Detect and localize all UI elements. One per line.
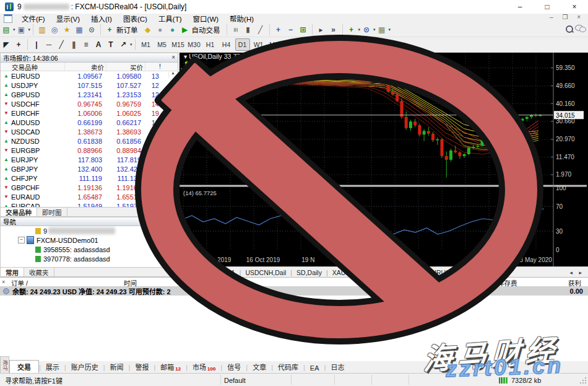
bottom-tab-账户历史[interactable]: 账户历史	[66, 361, 103, 373]
bottom-tab-邮箱[interactable]: 邮箱12	[155, 361, 186, 373]
timeframe-m30[interactable]: M30	[187, 38, 202, 51]
market-watch-toggle-icon[interactable]: ▥	[37, 24, 48, 35]
bottom-tab-市场[interactable]: 市场100	[188, 361, 220, 373]
chart-tab-4[interactable]: XAUUSD,H1	[328, 269, 374, 276]
chart-tab-0[interactable]: 1	[179, 269, 192, 276]
market-watch-row-eurusd[interactable]: ▲EURUSD1.095671.0958013	[1, 71, 178, 81]
strategy-tester-icon[interactable]: ⊙	[86, 24, 97, 35]
periods-icon[interactable]: ⊙	[361, 24, 372, 35]
metaeditor-icon[interactable]: ◆	[142, 24, 153, 35]
timeframe-h4[interactable]: H4	[219, 38, 234, 51]
new-chart-dropdown-icon[interactable]: ▾	[13, 27, 15, 32]
menu-item-3[interactable]: 图表(C)	[118, 14, 153, 24]
bottom-tab-代码库[interactable]: 代码库	[273, 361, 303, 373]
chart-area[interactable]: 68.85059.35049.66040.16030.66020.97011.4…	[179, 53, 588, 266]
bottom-tab-信号[interactable]: 信号	[222, 361, 246, 373]
chart-shift-icon[interactable]: »	[328, 24, 339, 35]
market-watch-row-gbpusd[interactable]: ▲GBPUSD1.231411.2315312	[1, 90, 178, 99]
docked-vertical-tab[interactable]: 海马	[0, 356, 9, 374]
tree-item-account-1[interactable]: 3970778: asdassdasd	[1, 254, 178, 263]
bar-chart-mode-icon[interactable]: ≡	[230, 24, 241, 35]
autotrading-icon[interactable]: ▶	[179, 24, 191, 35]
timeframe-m5[interactable]: M5	[155, 38, 170, 51]
arrows-tool-icon[interactable]: ↗	[118, 39, 129, 50]
market-watch-row-usdcad[interactable]: ▼USDCAD1.386731.3869320	[1, 127, 178, 136]
data-window-icon[interactable]: ◎	[49, 24, 60, 35]
maximize-button[interactable]: □	[534, 2, 561, 11]
collapse-icon[interactable]: −	[18, 237, 25, 243]
profiles-icon[interactable]: ▣	[16, 24, 27, 35]
bottom-tab-展示[interactable]: 展示	[41, 361, 64, 373]
bottom-tab-EA[interactable]: EA	[305, 363, 324, 373]
market-watch-row-gbpchf[interactable]: ▼GBPCHF1.191361.1916125	[1, 183, 178, 192]
mw-column-header[interactable]: !	[145, 63, 163, 71]
menu-item-5[interactable]: 窗口(W)	[188, 14, 225, 24]
market-watch-row-eurgbp[interactable]: ▼EURGBP0.889660.8898418	[1, 146, 178, 155]
chart-tab-scroll-arrows[interactable]: ◂ ▸	[569, 270, 588, 276]
tree-item-account-0[interactable]: 3958555: asdassdasd	[1, 245, 178, 254]
mw-tab-即时图[interactable]: 即时图	[37, 208, 67, 216]
chart-tab-5[interactable]: XAUUSD,H1	[376, 269, 422, 276]
horizontal-line-tool-icon[interactable]: ─	[43, 39, 54, 50]
timeframe-mn[interactable]: MN	[267, 38, 282, 51]
community-icon[interactable]	[574, 24, 586, 33]
market-watch-close-icon[interactable]: ×	[171, 54, 175, 61]
market-watch-row-euraud[interactable]: ▼EURAUD1.654871.6551629	[1, 192, 178, 201]
indicators-dropdown-icon[interactable]: ▾	[358, 27, 361, 32]
new-order-icon[interactable]: +	[104, 24, 115, 35]
search-icon[interactable]	[564, 24, 574, 34]
tree-item-server[interactable]: − FXCM-USDDemo01	[1, 235, 178, 245]
zoom-in-icon[interactable]: +	[273, 24, 284, 35]
tree-item-account-redacted[interactable]: 9	[1, 226, 178, 235]
mw-column-header[interactable]: 卖价	[64, 63, 106, 71]
autotrading-label[interactable]: 自动交易	[192, 25, 220, 35]
child-window-controls[interactable]: – ❐ ×	[550, 14, 584, 20]
terminal-toggle-icon[interactable]: ▦	[74, 24, 85, 35]
label-tool-icon[interactable]: T	[105, 39, 116, 50]
close-button[interactable]: ×	[561, 2, 588, 11]
bottom-tab-警报[interactable]: 警报	[130, 361, 153, 373]
market-watch-row-gbpjpy[interactable]: ▲GBPJPY132.400132.42323	[1, 164, 178, 173]
chart-tab-3[interactable]: SD,Daily	[292, 269, 326, 276]
menu-item-1[interactable]: 显示(V)	[51, 14, 85, 24]
nav-tab-常用[interactable]: 常用	[1, 268, 24, 276]
minimize-button[interactable]: –	[506, 2, 534, 11]
cursor-tool-icon[interactable]: ◤	[1, 39, 12, 50]
periods-dropdown-icon[interactable]: ▾	[373, 27, 376, 32]
new-order-label[interactable]: 新订单	[116, 25, 138, 35]
mw-tab-交易品种[interactable]: 交易品种	[1, 208, 37, 216]
resize-grip[interactable]	[579, 377, 587, 384]
templates-dropdown-icon[interactable]: ▾	[389, 27, 391, 32]
chart-tab-2[interactable]: USDCNH,Dail	[241, 269, 290, 276]
navigator-close-icon[interactable]: ×	[171, 218, 175, 226]
candle-chart-mode-icon[interactable]: ▮	[243, 24, 254, 35]
timeframe-h1[interactable]: H1	[203, 38, 218, 51]
market-watch-row-eurchf[interactable]: ▼EURCHF1.060061.0602519	[1, 108, 178, 118]
navigator-toggle-icon[interactable]: ★	[61, 24, 72, 35]
profiles-dropdown-icon[interactable]: ▾	[28, 27, 31, 32]
status-profile[interactable]: Default	[224, 377, 246, 384]
zoom-out-icon[interactable]: −	[285, 24, 296, 35]
trendline-tool-icon[interactable]: ╱	[56, 39, 67, 50]
fibonacci-tool-icon[interactable]: ≡	[80, 39, 92, 50]
crosshair-tool-icon[interactable]: +	[13, 39, 24, 50]
bottom-tab-新闻[interactable]: 新闻	[105, 361, 129, 373]
timeframe-d1[interactable]: D1	[235, 38, 250, 51]
marketplace-icon[interactable]: ●	[167, 24, 178, 35]
bottom-tab-文章[interactable]: 文章	[248, 361, 271, 373]
text-tool-icon[interactable]: A	[93, 39, 104, 50]
timeframe-m15[interactable]: M15	[171, 38, 186, 51]
nav-tab-收藏夹[interactable]: 收藏夹	[24, 268, 54, 276]
templates-icon[interactable]: ▦	[376, 24, 387, 35]
menu-item-0[interactable]: 文件(F)	[16, 14, 51, 24]
bottom-tab-交易[interactable]: 交易	[9, 360, 39, 373]
mw-column-header[interactable]: 买价	[106, 63, 145, 71]
expert-advisors-icon[interactable]: ●	[155, 24, 166, 35]
menu-item-2[interactable]: 插入(I)	[85, 14, 118, 24]
timeframe-w1[interactable]: W1	[251, 38, 266, 51]
market-watch-row-usdjpy[interactable]: ▲USDJPY107.515107.52712	[1, 81, 178, 90]
menu-item-6[interactable]: 帮助(H)	[224, 14, 259, 24]
auto-scroll-icon[interactable]: ▸	[316, 24, 327, 35]
market-watch-row-nzdusd[interactable]: ▲NZDUSD0.618380.6185618	[1, 136, 178, 146]
new-chart-icon[interactable]: ▤	[1, 24, 12, 35]
